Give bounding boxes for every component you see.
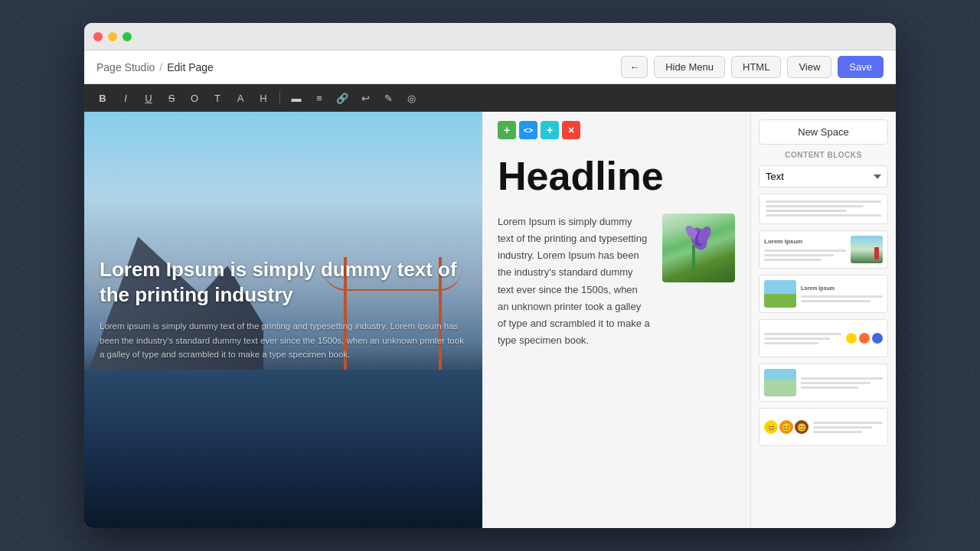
view-button[interactable]: View (787, 56, 831, 78)
undo-button[interactable]: ↩ (356, 89, 374, 107)
template-line (766, 201, 881, 203)
template-line (764, 249, 846, 252)
bold-button[interactable]: B (93, 89, 112, 107)
template-line (813, 426, 872, 429)
highlight-button[interactable]: O (185, 89, 204, 107)
app-window: Page Studio / Edit Page ← Hide Menu HTML… (84, 23, 896, 528)
block-plus-button[interactable]: + (541, 121, 559, 139)
breadcrumb: Page Studio / Edit Page (96, 61, 214, 73)
strikethrough-button[interactable]: S (162, 89, 181, 107)
template-line (813, 422, 883, 424)
hero-description: Lorem ipsum is simply dummy text of the … (100, 319, 467, 361)
circle-yellow (846, 333, 857, 344)
app-content: Page Studio / Edit Page ← Hide Menu HTML… (84, 51, 896, 528)
right-sidebar: New Space CONTENT BLOCKS Text Image Vide… (750, 112, 896, 528)
template-text-lines: Lorem Ipsum (801, 285, 883, 302)
italic-button[interactable]: I (116, 89, 135, 107)
template-colorful[interactable] (759, 319, 888, 357)
content-blocks-label: CONTENT BLOCKS (759, 151, 888, 159)
content-panel: + <> + × Headline Lorem Ipsum is simply … (482, 112, 750, 528)
html-button[interactable]: HTML (731, 56, 781, 78)
face-1: 😊 (764, 420, 778, 434)
template-lorem-label: Lorem Ipsum (764, 238, 846, 245)
pen-button[interactable]: ✎ (379, 89, 397, 107)
main-area: Lorem Ipsum is simply dummy text of the … (84, 112, 896, 528)
template-line (801, 386, 858, 389)
hero-image: Lorem Ipsum is simply dummy text of the … (84, 112, 482, 528)
template-face-icons: 😊 😊 😊 (764, 420, 808, 434)
list-button[interactable]: ≡ (310, 89, 328, 107)
template-lighthouse[interactable]: Lorem Ipsum (759, 230, 888, 269)
block-code-button[interactable]: <> (519, 121, 537, 139)
template-text-lines (813, 422, 883, 433)
template-line (764, 259, 822, 261)
template-meadow[interactable] (759, 364, 888, 402)
template-line (801, 300, 871, 302)
circle-blue (872, 333, 883, 344)
template-line (764, 337, 830, 340)
breadcrumb-current: Edit Page (167, 61, 214, 73)
close-window-btn[interactable] (93, 32, 103, 41)
template-line (764, 342, 818, 344)
breadcrumb-separator: / (159, 61, 162, 73)
block-toolbar: + <> + × (498, 121, 580, 139)
font-button[interactable]: A (231, 89, 250, 107)
canvas-area: Lorem Ipsum is simply dummy text of the … (84, 112, 750, 528)
circle-orange (859, 333, 870, 344)
new-space-button[interactable]: New Space (759, 119, 888, 145)
content-text[interactable]: Lorem Ipsum is simply dummy text of the … (498, 214, 650, 349)
text-color-button[interactable]: T (208, 89, 227, 107)
canvas-content: Lorem Ipsum is simply dummy text of the … (84, 112, 750, 528)
back-button[interactable]: ← (621, 56, 648, 78)
template-line (764, 333, 841, 335)
traffic-lights (93, 32, 132, 41)
titlebar (84, 23, 896, 51)
template-line (766, 205, 864, 207)
hide-menu-button[interactable]: Hide Menu (654, 56, 725, 78)
template-lorem-label: Lorem Ipsum (801, 285, 883, 291)
template-line (766, 210, 847, 212)
formatting-toolbar: B I U S O T A H ▬ ≡ 🔗 ↩ ✎ ◎ (84, 84, 896, 112)
template-text-only[interactable] (759, 194, 888, 224)
content-body-area: Lorem Ipsum is simply dummy text of the … (498, 214, 735, 349)
template-thumbnail-lighthouse (851, 236, 883, 263)
template-lines-group (766, 201, 881, 217)
template-line (801, 377, 883, 380)
hero-overlay-text: Lorem Ipsum is simply dummy text of the … (100, 257, 467, 362)
underline-button[interactable]: U (139, 89, 158, 107)
hero-title: Lorem Ipsum is simply dummy text of the … (100, 257, 467, 309)
content-image (662, 214, 735, 282)
template-field[interactable]: Lorem Ipsum (759, 275, 888, 313)
hero-panel: Lorem Ipsum is simply dummy text of the … (84, 112, 482, 528)
template-line (766, 214, 881, 217)
template-faces[interactable]: 😊 😊 😊 (759, 408, 888, 446)
content-headline[interactable]: Headline (498, 155, 735, 198)
block-add-button[interactable]: + (498, 121, 516, 139)
block-type-select[interactable]: Text Image Video Button Columns (759, 165, 888, 187)
toolbar-divider (279, 91, 280, 105)
topbar: Page Studio / Edit Page ← Hide Menu HTML… (84, 51, 896, 84)
template-text-lines: Lorem Ipsum (764, 238, 846, 261)
block-close-button[interactable]: × (562, 121, 580, 139)
template-thumbnail-meadow (764, 369, 796, 396)
save-button[interactable]: Save (838, 56, 884, 78)
template-text-lines (764, 333, 841, 344)
minimize-window-btn[interactable] (108, 32, 117, 41)
template-thumbnail-field (764, 280, 796, 308)
breadcrumb-parent[interactable]: Page Studio (96, 61, 155, 73)
template-line (801, 382, 871, 384)
template-line (764, 254, 834, 256)
template-text-lines (801, 377, 883, 389)
face-2: 😊 (779, 420, 793, 434)
heading-button[interactable]: H (254, 89, 273, 107)
template-line (813, 431, 862, 433)
template-circles (846, 333, 883, 344)
circle-button[interactable]: ◎ (402, 89, 420, 107)
topbar-actions: ← Hide Menu HTML View Save (621, 56, 884, 78)
maximize-window-btn[interactable] (122, 32, 132, 41)
block-button[interactable]: ▬ (287, 89, 305, 107)
face-3: 😊 (795, 420, 808, 434)
link-button[interactable]: 🔗 (333, 89, 351, 107)
template-line (801, 295, 883, 298)
water-decoration (84, 370, 482, 528)
